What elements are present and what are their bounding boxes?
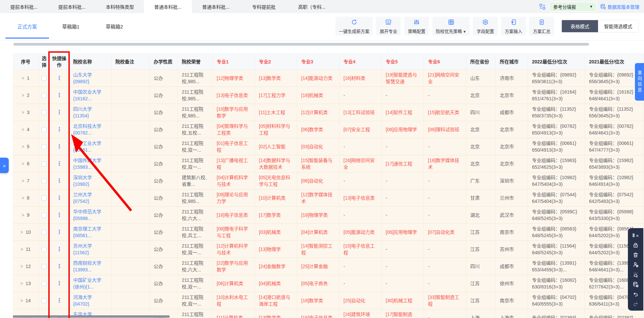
expand-chevron-icon[interactable]: > bbox=[22, 74, 24, 82]
more-actions-icon[interactable]: ⋮ bbox=[57, 160, 62, 167]
batch-tab[interactable]: 普通本科批... bbox=[192, 0, 240, 13]
university-link[interactable]: 中国传媒大学{15983... bbox=[73, 157, 107, 170]
row-checkbox[interactable] bbox=[42, 196, 47, 201]
row-checkbox[interactable] bbox=[42, 178, 47, 183]
batch-tab[interactable]: 普通本科批... bbox=[144, 0, 192, 13]
column-header[interactable]: 专业5 bbox=[382, 54, 424, 69]
more-actions-icon[interactable]: ⋮ bbox=[57, 297, 62, 304]
expand-chevron-icon[interactable]: > bbox=[22, 211, 24, 219]
university-link[interactable]: 中国矿业大学(徐州){1... bbox=[73, 277, 107, 290]
toolbar-button[interactable]: 策略配置 bbox=[404, 17, 429, 36]
more-actions-icon[interactable]: ⋮ bbox=[57, 195, 62, 201]
plan-tab[interactable]: 草稿箱2 bbox=[93, 13, 136, 39]
university-link[interactable]: 河海大学{04702} bbox=[73, 294, 107, 307]
more-actions-icon[interactable]: ⋮ bbox=[57, 263, 62, 270]
column-header[interactable]: 所在省份 bbox=[466, 54, 496, 69]
column-header[interactable]: 院校备注 bbox=[111, 54, 150, 69]
transfer-icon[interactable] bbox=[539, 3, 546, 10]
batch-tab[interactable]: 专科提前批 bbox=[240, 0, 288, 13]
column-header[interactable]: 所在城市 bbox=[496, 54, 528, 69]
expand-chevron-icon[interactable]: > bbox=[22, 143, 24, 151]
university-link[interactable]: 北京工业大学{00661... bbox=[73, 140, 107, 153]
expand-chevron-icon[interactable]: > bbox=[22, 91, 24, 99]
row-checkbox[interactable] bbox=[42, 298, 47, 303]
expand-chevron-icon[interactable]: > bbox=[22, 125, 24, 134]
table-mode-button[interactable]: 表格模式 bbox=[562, 20, 598, 32]
more-actions-icon[interactable]: ⋮ bbox=[57, 177, 62, 184]
intent-info-tab[interactable]: 意向信息 bbox=[635, 63, 644, 101]
more-actions-icon[interactable]: ⋮ bbox=[57, 246, 62, 253]
row-checkbox[interactable] bbox=[42, 144, 47, 149]
university-link[interactable]: 苏州大学{11562} bbox=[73, 243, 107, 256]
batch-tab[interactable]: 提前本科批... bbox=[0, 0, 48, 13]
more-actions-icon[interactable]: ⋮ bbox=[57, 143, 62, 150]
university-link[interactable]: 南京理工大学{08561... bbox=[73, 225, 107, 239]
horizontal-scrollbar-bottom[interactable] bbox=[13, 315, 170, 318]
toolbar-button[interactable]: 院校优先策略 ▼ bbox=[432, 17, 470, 36]
left-expand-tab[interactable]: » bbox=[0, 158, 9, 173]
plan-tab[interactable]: 正式方案 bbox=[5, 13, 49, 39]
alarm-off-icon[interactable] bbox=[628, 270, 643, 279]
column-header[interactable]: 专业6 bbox=[424, 54, 466, 69]
university-link[interactable]: 西南财经大学{13993... bbox=[73, 260, 107, 273]
toolbar-button[interactable]: 字段配置 bbox=[473, 17, 498, 36]
toolbar-button[interactable]: 方案输入 bbox=[501, 17, 526, 36]
row-checkbox[interactable] bbox=[42, 264, 47, 269]
row-checkbox[interactable] bbox=[42, 161, 47, 166]
expand-chevron-icon[interactable]: > bbox=[20, 228, 23, 236]
redo-icon[interactable] bbox=[628, 300, 643, 309]
collapse-icon[interactable]: « bbox=[628, 231, 643, 240]
expand-chevron-icon[interactable]: > bbox=[21, 245, 23, 253]
more-actions-icon[interactable]: ⋮ bbox=[57, 229, 62, 235]
row-checkbox[interactable] bbox=[42, 93, 47, 98]
expand-chevron-icon[interactable]: > bbox=[20, 262, 23, 270]
expand-chevron-icon[interactable]: > bbox=[22, 160, 24, 168]
row-checkbox[interactable] bbox=[42, 281, 47, 286]
reference-mode-select[interactable]: 参考分填报 ▼ bbox=[550, 2, 596, 11]
expand-chevron-icon[interactable]: > bbox=[20, 279, 23, 287]
lock-icon[interactable] bbox=[628, 241, 643, 250]
university-link[interactable]: 中国农业大学{16162... bbox=[73, 89, 107, 102]
university-link[interactable]: 四川大学{11354} bbox=[73, 106, 107, 119]
generate-plan-button[interactable]: 一键生成新方案 bbox=[335, 17, 373, 36]
column-header[interactable]: 办学性质 bbox=[150, 54, 178, 69]
column-header[interactable]: 院校荣誉 bbox=[178, 54, 213, 69]
university-link[interactable]: 深圳大学{10982} bbox=[73, 174, 107, 188]
column-header[interactable]: 专业2 bbox=[255, 54, 297, 69]
batch-tab[interactable]: 提前本科批... bbox=[48, 0, 96, 13]
db-version-manage-link[interactable]: 数据库版本管理 bbox=[600, 3, 640, 10]
column-header[interactable]: 选择 bbox=[39, 54, 50, 69]
university-link[interactable]: 北京科技大学{00782... bbox=[73, 123, 107, 136]
plan-tab[interactable]: 草稿箱1 bbox=[49, 13, 93, 39]
column-header[interactable]: 专业3 bbox=[297, 54, 339, 69]
row-checkbox[interactable] bbox=[42, 247, 47, 252]
row-checkbox[interactable] bbox=[42, 127, 47, 132]
more-actions-icon[interactable]: ⋮ bbox=[57, 75, 62, 82]
batch-tab[interactable]: 本科特殊类型 bbox=[96, 0, 144, 13]
column-header[interactable]: 专业1 bbox=[213, 54, 255, 69]
trash-icon[interactable] bbox=[628, 251, 643, 260]
smart-filter-mode-button[interactable]: 智能筛选模式 bbox=[598, 20, 638, 32]
row-checkbox[interactable] bbox=[42, 213, 47, 218]
more-actions-icon[interactable]: ⋮ bbox=[57, 280, 62, 287]
expand-chevron-icon[interactable]: > bbox=[22, 108, 24, 116]
toolbar-button[interactable]: 展开专业 bbox=[376, 17, 401, 36]
batch-tab[interactable]: 高职（专科... bbox=[288, 0, 336, 13]
expand-chevron-icon[interactable]: > bbox=[20, 297, 23, 305]
column-header[interactable]: 2022最低分/位次 bbox=[528, 54, 585, 69]
university-link[interactable]: 山东大学{09892} bbox=[73, 71, 107, 85]
expand-chevron-icon[interactable]: > bbox=[22, 177, 24, 185]
expand-chevron-icon[interactable]: > bbox=[22, 194, 24, 202]
row-checkbox[interactable] bbox=[42, 230, 47, 235]
university-link[interactable]: 华中师范大学{05998... bbox=[73, 208, 107, 222]
toolbar-button[interactable]: 方案汇总 bbox=[529, 17, 554, 36]
horizontal-scrollbar-top[interactable] bbox=[13, 43, 589, 46]
column-header[interactable]: 序号 bbox=[13, 54, 39, 69]
database-add-icon[interactable] bbox=[628, 280, 643, 289]
column-header[interactable]: 专业4 bbox=[339, 54, 382, 69]
more-actions-icon[interactable]: ⋮ bbox=[57, 126, 62, 133]
more-actions-icon[interactable]: ⋮ bbox=[57, 109, 62, 116]
row-checkbox[interactable] bbox=[42, 110, 47, 115]
row-checkbox[interactable] bbox=[42, 76, 47, 81]
user-disable-icon[interactable] bbox=[628, 260, 643, 269]
